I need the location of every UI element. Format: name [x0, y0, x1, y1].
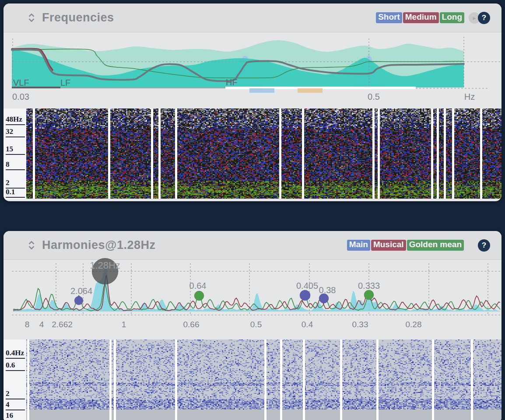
harmonic-marker[interactable]	[300, 290, 310, 301]
help-button-frequencies[interactable]: ?	[478, 12, 490, 24]
spectrogram-axis-label: 2	[6, 178, 25, 189]
app-background: Frequencies Short Medium Long ▸ ? VLFLFH…	[0, 0, 505, 420]
legend-badge-long[interactable]: Long	[440, 12, 464, 24]
x-axis-label: 1	[122, 320, 126, 329]
frequency-spectrum-svg: VLFLFHF0.030.5Hz	[4, 32, 501, 108]
harmonic-marker-label: 1.28Hz	[90, 260, 120, 271]
harmonics-spectrogram[interactable]: 0.4Hz0.62416	[4, 340, 501, 420]
x-axis-label: 0.5	[250, 320, 262, 329]
harmonics-spectrogram-canvas[interactable]	[26, 340, 501, 420]
spectrogram-axis-label: 15	[6, 145, 25, 155]
spectrogram-axis-label: 2	[6, 389, 25, 399]
frequency-spectrogram[interactable]: 48Hz3215820.1	[4, 108, 501, 200]
harmonics-svg: 1.28Hz2.0640.640.4050.380.333842.66210.6…	[4, 260, 501, 337]
harmonic-marker-label: 0.333	[358, 281, 380, 290]
collapse-icon[interactable]	[27, 240, 36, 251]
x-axis-label: 8	[25, 320, 30, 329]
legend-badge-musical[interactable]: Musical	[371, 240, 406, 251]
spectrogram-axis-label: 4	[6, 400, 25, 410]
band-label: HF	[226, 77, 238, 87]
x-axis-label: Hz	[464, 92, 475, 102]
x-axis-label: 2.662	[52, 320, 73, 329]
harmonies-header: Harmonies@1.28Hz Main Musical Golden mea…	[4, 231, 501, 260]
x-axis-label: 4	[39, 320, 44, 329]
harmonics-chart[interactable]: 1.28Hz2.0640.640.4050.380.333842.66210.6…	[4, 260, 501, 337]
frequency-spectrum-chart[interactable]: VLFLFHF0.030.5Hz	[4, 32, 501, 108]
x-axis-label: 0.66	[183, 320, 200, 329]
baseline-strip	[249, 88, 274, 93]
harmonies-legend: Main Musical Golden mean ?	[346, 239, 490, 252]
harmonic-marker-label: 0.38	[319, 285, 336, 295]
frequencies-header: Frequencies Short Medium Long ▸ ?	[4, 4, 501, 32]
legend-badge-medium[interactable]: Medium	[403, 12, 439, 24]
legend-badge-golden-mean[interactable]: Golden mean	[407, 240, 464, 251]
frequency-spectrogram-canvas[interactable]	[26, 108, 501, 199]
harmonics-spectrogram-axis: 0.4Hz0.62416	[4, 340, 26, 420]
legend-badge-main[interactable]: Main	[347, 240, 370, 251]
frequencies-legend: Short Medium Long ▸ ?	[375, 12, 490, 24]
legend-badge-short[interactable]: Short	[376, 12, 402, 24]
spectrogram-axis-label: 16	[6, 411, 25, 420]
help-button-harmonies[interactable]: ?	[478, 239, 490, 252]
x-axis-label: 0.03	[12, 92, 29, 102]
spectrogram-axis-label: 8	[6, 160, 25, 170]
baseline-strip	[298, 88, 323, 93]
harmonic-marker-label: 0.64	[189, 281, 207, 290]
harmonic-marker[interactable]	[194, 291, 204, 301]
spectrogram-axis-label: 32	[6, 127, 25, 137]
harmonic-marker-label: 2.064	[70, 286, 92, 296]
x-axis-label: 0.28	[406, 320, 422, 329]
baseline-strip	[60, 87, 225, 88]
frequency-spectrogram-axis: 48Hz3215820.1	[4, 108, 26, 200]
panel-title-frequencies: Frequencies	[42, 11, 114, 24]
frequencies-panel: Frequencies Short Medium Long ▸ ? VLFLFH…	[4, 4, 501, 201]
harmonic-marker-label: 0.405	[296, 281, 318, 290]
band-label: LF	[60, 78, 70, 88]
harmonic-marker[interactable]	[364, 290, 374, 300]
x-axis-label: 0.33	[352, 320, 368, 329]
spectrogram-axis-label: 0.6	[6, 361, 25, 371]
spectrogram-axis-label: 48Hz	[6, 115, 25, 125]
harmonies-panel: Harmonies@1.28Hz Main Musical Golden mea…	[4, 231, 501, 420]
spectrogram-axis-label: 0.1	[6, 188, 25, 198]
harmonic-marker[interactable]	[319, 294, 329, 303]
x-axis-label: 0.5	[368, 92, 380, 102]
harmonic-marker[interactable]	[74, 296, 83, 305]
x-axis-label: 0.4	[302, 320, 313, 329]
band-label: VLF	[13, 78, 29, 88]
play-icon: ▸	[473, 14, 476, 21]
spectrogram-axis-label: 0.4Hz	[6, 349, 25, 359]
collapse-icon[interactable]	[27, 13, 36, 23]
panel-title-harmonies: Harmonies@1.28Hz	[42, 238, 155, 252]
